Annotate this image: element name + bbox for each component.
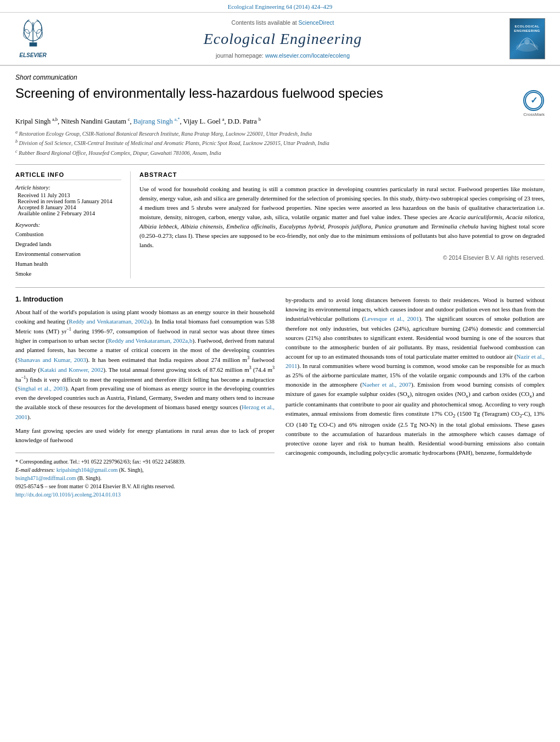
accepted-date: Accepted 8 January 2014 bbox=[18, 204, 121, 210]
ref-naeher[interactable]: Naeher et al., 2007 bbox=[362, 381, 412, 388]
crossmark-icon[interactable]: ✓ bbox=[523, 90, 544, 111]
main-content: Short communication Screening of environ… bbox=[0, 66, 560, 506]
abstract-col: ABSTRACT Use of wood for household cooki… bbox=[131, 171, 545, 278]
bajrang-link[interactable]: Bajrang Singh a,* bbox=[133, 118, 180, 125]
svg-text:✓: ✓ bbox=[530, 96, 537, 105]
ref-reddy-2002a[interactable]: Reddy and Venkataraman, 2002a bbox=[69, 318, 149, 325]
page: Ecological Engineering 64 (2014) 424–429… bbox=[0, 0, 560, 742]
author-bajrang: Bajrang Singh a,*, bbox=[133, 118, 183, 125]
crossmark-label: CrossMark bbox=[523, 112, 545, 117]
doi-link[interactable]: http://dx.doi.org/10.1016/j.ecoleng.2014… bbox=[15, 492, 121, 498]
footnote-section: * Corresponding author. Tel.: +91 0522 2… bbox=[15, 453, 275, 499]
footnote-email: E-mail addresses: kripalsingh104@gmail.c… bbox=[15, 466, 275, 474]
contents-line: Contents lists available at ScienceDirec… bbox=[232, 19, 334, 26]
keywords-label: Keywords: bbox=[15, 222, 121, 228]
intro-para-2: Many fast growing species are used widel… bbox=[15, 426, 275, 445]
ref-herzog[interactable]: Herzog et al., 2001 bbox=[15, 404, 275, 420]
ref-levesque[interactable]: Levesque et al., 2001 bbox=[364, 315, 419, 322]
affiliation-c: c Rubber Board Regional Office, Housefed… bbox=[15, 148, 545, 158]
article-type: Short communication bbox=[15, 74, 383, 81]
keyword-human: Human health bbox=[15, 259, 121, 269]
journal-cover-area: ECOLOGICALENGINEERING bbox=[505, 18, 549, 59]
affiliations: a Restoration Ecology Group, CSIR-Nation… bbox=[15, 129, 545, 158]
author-patra: D.D. Patra b bbox=[228, 118, 261, 125]
ref-shanavas[interactable]: Shanavas and Kumar, 2003 bbox=[18, 356, 86, 363]
received-date: Received 11 July 2013 bbox=[18, 192, 121, 198]
journal-homepage: journal homepage: www.elsevier.com/locat… bbox=[216, 52, 350, 59]
keyword-smoke: Smoke bbox=[15, 269, 121, 279]
journal-title-area: Contents lists available at ScienceDirec… bbox=[60, 18, 505, 59]
abstract-text: Use of wood for household cooking and he… bbox=[139, 185, 545, 250]
footnote-email-kripal[interactable]: kripalsingh104@gmail.com bbox=[57, 467, 118, 473]
ref-nazir[interactable]: Nazir et al., 2011 bbox=[285, 353, 545, 369]
body-right-col: by-products and to avoid long distances … bbox=[285, 295, 545, 498]
elsevier-wordmark: ELSEVIER bbox=[19, 52, 46, 58]
article-title: Screening of environmentally less-hazard… bbox=[15, 85, 383, 102]
received-revised-date: Received in revised form 5 January 2014 bbox=[18, 198, 121, 204]
ref-singhal[interactable]: Singhal et al., 2003 bbox=[18, 385, 65, 392]
elsevier-logo: ELSEVIER bbox=[11, 18, 55, 59]
author-vijay: Vijay L. Goel a, bbox=[183, 118, 227, 125]
journal-cover-image: ECOLOGICALENGINEERING bbox=[509, 18, 545, 59]
keyword-degraded: Degraded lands bbox=[15, 239, 121, 249]
footnote-email-bsingh[interactable]: bsingh471@rediffmail.com bbox=[15, 475, 76, 481]
journal-name: Ecological Engineering bbox=[204, 30, 362, 48]
copyright-line: © 2014 Elsevier B.V. All rights reserved… bbox=[139, 254, 545, 261]
svg-point-3 bbox=[24, 21, 32, 33]
ref-kataki[interactable]: Kataki and Konwer, 2002 bbox=[40, 366, 103, 373]
authors-line: Kripal Singh a,b, Nitesh Nandini Gautam … bbox=[15, 117, 545, 126]
footnote-email-bajrang: bsingh471@rediffmail.com (B. Singh). bbox=[15, 474, 275, 482]
affiliation-b: b Division of Soil Science, CSIR-Central… bbox=[15, 138, 545, 148]
svg-point-9 bbox=[524, 39, 530, 44]
svg-point-4 bbox=[33, 21, 41, 33]
available-date: Available online 2 February 2014 bbox=[18, 210, 121, 216]
ref-reddy-2002ab[interactable]: Reddy and Venkataraman, 2002a,b bbox=[108, 337, 193, 344]
intro-heading: 1. Introduction bbox=[15, 295, 275, 303]
intro-para-1: About half of the world's population is … bbox=[15, 308, 275, 421]
author-nitesh: Nitesh Nandini Gautam c, bbox=[61, 118, 133, 125]
elsevier-tree-icon bbox=[18, 20, 48, 50]
keyword-environmental: Environmental conservation bbox=[15, 249, 121, 259]
body-left-col: 1. Introduction About half of the world'… bbox=[15, 295, 275, 498]
sciencedirect-link[interactable]: ScienceDirect bbox=[299, 19, 334, 26]
journal-bar: Ecological Engineering 64 (2014) 424–429 bbox=[0, 0, 560, 13]
journal-header: ELSEVIER Contents lists available at Sci… bbox=[0, 13, 560, 66]
history-label: Article history: bbox=[15, 185, 121, 191]
article-info-heading: ARTICLE INFO bbox=[15, 171, 121, 180]
info-abstract-section: ARTICLE INFO Article history: Received 1… bbox=[15, 164, 545, 278]
journal-url[interactable]: www.elsevier.com/locate/ecoleng bbox=[265, 52, 350, 59]
right-col-para-1: by-products and to avoid long distances … bbox=[285, 295, 545, 457]
svg-rect-0 bbox=[29, 42, 37, 46]
body-two-col: 1. Introduction About half of the world'… bbox=[15, 295, 545, 498]
abstract-heading: ABSTRACT bbox=[139, 171, 545, 180]
affiliation-a: a Restoration Ecology Group, CSIR-Nation… bbox=[15, 129, 545, 138]
footnote-corresponding: * Corresponding author. Tel.: +91 0522 2… bbox=[15, 458, 275, 466]
keyword-combustion: Combustion bbox=[15, 230, 121, 239]
section-divider bbox=[15, 287, 545, 288]
footnote-doi-url: http://dx.doi.org/10.1016/j.ecoleng.2014… bbox=[15, 490, 275, 499]
article-info-col: ARTICLE INFO Article history: Received 1… bbox=[15, 171, 131, 278]
author-kripal: Kripal Singh a,b, bbox=[15, 118, 61, 125]
crossmark-area[interactable]: ✓ CrossMark bbox=[523, 90, 545, 117]
footnote-doi-license: 0925-8574/$ – see front matter © 2014 El… bbox=[15, 482, 275, 490]
keywords-section: Keywords: Combustion Degraded lands Envi… bbox=[15, 222, 121, 278]
cover-graphic bbox=[513, 34, 541, 53]
journal-citation: Ecological Engineering 64 (2014) 424–429 bbox=[228, 3, 333, 10]
